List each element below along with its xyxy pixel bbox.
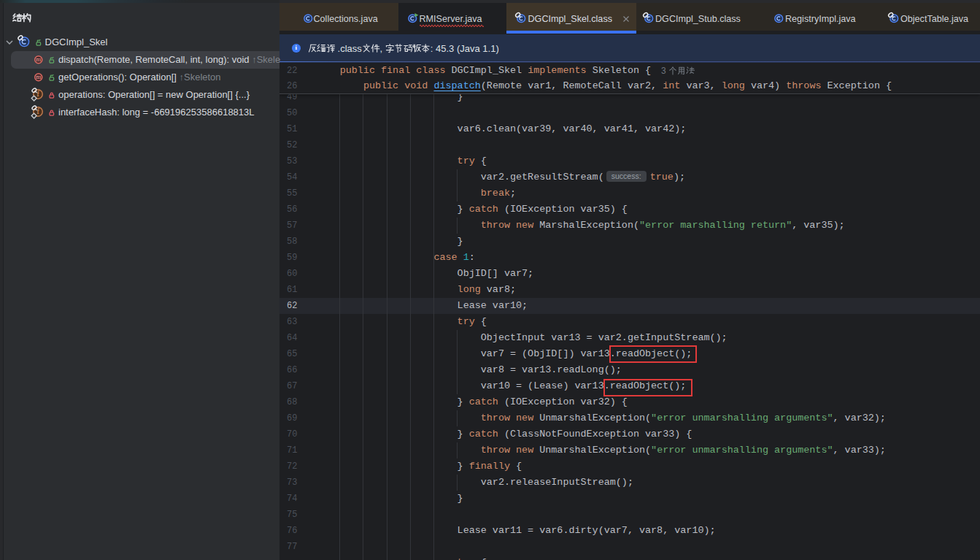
svg-text:m: m bbox=[36, 55, 41, 63]
svg-text:f: f bbox=[36, 107, 39, 115]
svg-text:f: f bbox=[36, 89, 39, 98]
svg-text:m: m bbox=[36, 73, 41, 80]
